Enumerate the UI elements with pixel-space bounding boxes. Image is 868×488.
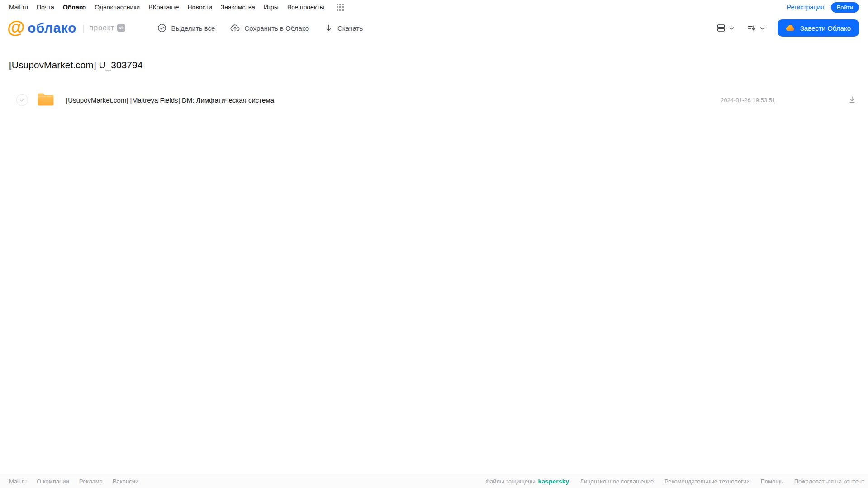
file-name-link[interactable]: [UsupovMarket.com] [Maitreya Fields] DM:…	[66, 96, 721, 104]
list-view-icon	[716, 23, 726, 33]
vk-badge-icon: vk	[117, 24, 125, 32]
nav-item-vse-proekty[interactable]: Все проекты	[287, 4, 324, 11]
kaspersky-logo: kaspersky	[538, 478, 569, 485]
footer-link-jobs[interactable]: Вакансии	[113, 478, 138, 485]
page-title: [UsupovMarket.com] U_303794	[9, 60, 868, 71]
view-mode-toggle[interactable]	[716, 23, 735, 33]
register-link[interactable]: Регистрация	[787, 4, 824, 11]
logo-divider: |	[83, 24, 85, 33]
nav-item-pochta[interactable]: Почта	[37, 4, 54, 11]
footer-link-mailru[interactable]: Mail.ru	[9, 478, 27, 485]
portal-nav-right: Регистрация Войти	[787, 2, 859, 13]
cloud-upload-icon	[230, 23, 240, 33]
apps-grid-icon[interactable]	[337, 4, 344, 11]
sort-toggle[interactable]	[747, 23, 766, 33]
chevron-down-icon	[728, 25, 735, 32]
save-to-cloud-label: Сохранить в Облако	[244, 24, 309, 32]
toolbar-actions: Выделить все Сохранить в Облако Скачать	[157, 23, 363, 33]
file-date: 2024-01-26 19:53:51	[721, 97, 775, 104]
file-row[interactable]: [UsupovMarket.com] [Maitreya Fields] DM:…	[0, 90, 868, 109]
nav-item-oblako[interactable]: Облако	[63, 4, 86, 11]
footer-link-license[interactable]: Лицензионное соглашение	[580, 478, 654, 485]
project-label: проект	[90, 24, 115, 32]
toolbar-right: Завести Облако	[716, 19, 859, 37]
cloud-icon	[786, 24, 796, 32]
portal-nav-links: Mail.ru Почта Облако Одноклассники ВКонт…	[9, 4, 344, 11]
chevron-down-icon	[759, 25, 766, 32]
download-button[interactable]: Скачать	[324, 24, 363, 33]
create-cloud-button[interactable]: Завести Облако	[778, 19, 859, 37]
select-all-label: Выделить все	[171, 24, 215, 32]
download-icon	[324, 24, 333, 33]
protected-label: Файлы защищены	[485, 478, 535, 485]
download-label: Скачать	[337, 24, 363, 32]
footer-link-report-content[interactable]: Пожаловаться на контент	[794, 478, 864, 485]
footer-right-links: Файлы защищены kaspersky Лицензионное со…	[485, 478, 864, 485]
sort-icon	[747, 23, 757, 33]
mailru-at-icon: @	[7, 18, 25, 36]
login-button[interactable]: Войти	[831, 2, 859, 13]
footer-left-links: Mail.ru О компании Реклама Вакансии	[9, 478, 138, 485]
select-all-button[interactable]: Выделить все	[157, 23, 215, 33]
kaspersky-protected: Файлы защищены kaspersky	[485, 478, 569, 485]
footer-link-recommendation-tech[interactable]: Рекомендательные технологии	[664, 478, 749, 485]
create-cloud-label: Завести Облако	[800, 24, 851, 32]
nav-item-novosti[interactable]: Новости	[188, 4, 212, 11]
nav-item-igry[interactable]: Игры	[264, 4, 279, 11]
cloud-logo[interactable]: @ облако | проект vk	[7, 20, 125, 36]
nav-item-znakomstva[interactable]: Знакомства	[221, 4, 255, 11]
save-to-cloud-button[interactable]: Сохранить в Облако	[230, 23, 309, 33]
cloud-toolbar: @ облако | проект vk Выделить все	[0, 14, 868, 43]
footer-link-about[interactable]: О компании	[37, 478, 69, 485]
row-checkbox[interactable]	[16, 94, 28, 106]
portal-nav: Mail.ru Почта Облако Одноклассники ВКонт…	[0, 0, 868, 14]
folder-icon	[37, 92, 54, 108]
footer-link-help[interactable]: Помощь	[760, 478, 783, 485]
row-download-button[interactable]	[848, 95, 857, 104]
footer: Mail.ru О компании Реклама Вакансии Файл…	[0, 474, 868, 488]
nav-item-mailru[interactable]: Mail.ru	[9, 4, 28, 11]
file-list-view: [UsupovMarket.com] U_303794 [UsupovMarke…	[0, 43, 868, 109]
download-underline-icon	[848, 95, 857, 104]
nav-item-vkontakte[interactable]: ВКонтакте	[148, 4, 179, 11]
cloud-logo-text: облако	[28, 20, 76, 36]
check-circle-icon	[157, 23, 167, 33]
footer-link-ads[interactable]: Реклама	[79, 478, 103, 485]
nav-item-odnoklassniki[interactable]: Одноклассники	[95, 4, 140, 11]
